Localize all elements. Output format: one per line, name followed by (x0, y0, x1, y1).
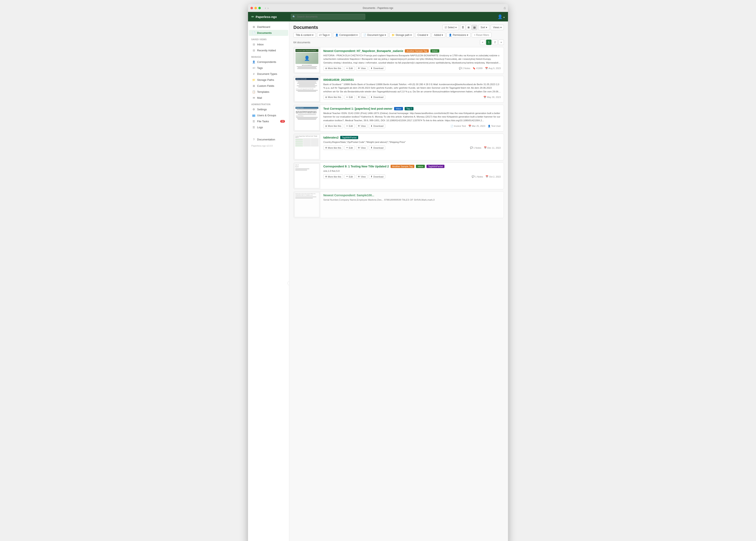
doc-tag-inbox-3[interactable]: Inbox (394, 107, 403, 110)
storage-paths-icon: 📁 (252, 78, 255, 81)
doc-title-6[interactable]: Newest Correspondent: Sample100... (323, 194, 374, 197)
user-menu[interactable]: 👤 ▾ (497, 14, 505, 19)
download-btn-5[interactable]: ⬇ Download (369, 175, 385, 179)
edit-btn-2[interactable]: ✏ Edit (344, 95, 355, 99)
filter-added[interactable]: Added ▾ (432, 33, 445, 38)
sidebar-item-documentation[interactable]: ? Documentation (249, 137, 288, 143)
doc-tag-another-5[interactable]: Another Sample Tag (391, 165, 414, 168)
sidebar-item-custom-fields[interactable]: ⊞ Custom Fields (249, 83, 288, 89)
doc-tag-twp-5[interactable]: TagWithPartial (426, 165, 444, 168)
doc-content-3: Test Correspondent 1: [paperless] test p… (320, 105, 504, 131)
sidebar-item-users-groups[interactable]: 👥 Users & Groups (249, 112, 288, 118)
more-like-this-btn-5[interactable]: ⊕ More like this (323, 175, 343, 179)
view-btn-2[interactable]: 👁 View (356, 95, 368, 99)
sidebar-item-settings[interactable]: ⚙ Settings (249, 106, 288, 112)
detail-view-button[interactable]: ▤ (472, 25, 477, 30)
sidebar-collapse-button[interactable]: ‹ (287, 281, 289, 285)
filter-storage-path[interactable]: 📁 Storage path ▾ (389, 33, 414, 38)
more-like-this-btn-1[interactable]: ⊕ More like this (323, 66, 343, 71)
pagination-page-1[interactable]: 1 (486, 40, 491, 45)
sidebar-label-custom-fields: Custom Fields (257, 84, 274, 87)
doc-actions-row-4: ⊕ More like this ✏ Edit 👁 View (323, 146, 501, 150)
more-like-this-btn-2[interactable]: ⊕ More like this (323, 95, 343, 99)
view-btn-5[interactable]: 👁 View (356, 175, 368, 179)
filter-document-type[interactable]: 📄 Document type ▾ (361, 33, 388, 38)
search-input[interactable] (291, 14, 365, 20)
close-button[interactable] (250, 7, 253, 9)
share-icon[interactable]: ⎙ (504, 6, 506, 10)
select-button[interactable]: ☑ Select ▾ (442, 25, 459, 30)
filter-correspondent[interactable]: 👤 Correspondent ▾ (333, 33, 360, 38)
list-view-button[interactable]: ☰ (460, 25, 465, 30)
sidebar-item-recently-added[interactable]: ⊟ Recently Added (249, 47, 288, 53)
logs-icon: ☰ (252, 126, 255, 129)
id-icon-1: 🔖 (473, 67, 476, 70)
sort-button[interactable]: Sort ▾ (478, 25, 489, 30)
doc-tag-twp-4[interactable]: TagWithPartial (340, 136, 358, 139)
doc-actions-row-5: ⊕ More like this ✏ Edit 👁 View (323, 175, 501, 179)
correspondents-icon: 👤 (252, 60, 255, 64)
sidebar-item-templates[interactable]: 📋 Templates (249, 89, 288, 95)
window-title: Documents - Paperless-ngx (363, 7, 393, 9)
download-btn-4[interactable]: ⬇ Download (369, 146, 385, 150)
date-icon-4: 📅 (484, 146, 487, 149)
pagination-page-2[interactable]: 2 (492, 40, 498, 45)
sidebar-item-logs[interactable]: ☰ Logs (249, 124, 288, 130)
pagination-next[interactable]: » (498, 40, 504, 45)
doc-actions-row-3: ⊕ More like this ✏ Edit 👁 View (323, 124, 501, 128)
edit-btn-1[interactable]: ✏ Edit (344, 66, 355, 71)
forward-button[interactable]: › (268, 6, 269, 10)
filter-tags[interactable]: 🏷 Tags ▾ (317, 33, 332, 38)
filter-created[interactable]: Created ▾ (415, 33, 430, 38)
sidebar-item-mail[interactable]: ✉ Mail (249, 95, 288, 101)
doc-notes-5: 💬 1 Notes (472, 175, 483, 178)
download-btn-1[interactable]: ⬇ Download (369, 66, 385, 71)
doc-excerpt-3: Medical Teacher ISSN: 0142-159X (Print) … (323, 112, 501, 122)
reset-filters-button[interactable]: × Reset filters (472, 33, 491, 38)
more-like-icon-5: ⊕ (325, 175, 327, 178)
sidebar-item-document-types[interactable]: # Document Types (249, 71, 288, 77)
sidebar-item-inbox[interactable]: ⊟ Inbox (249, 41, 288, 47)
sidebar-item-documents[interactable]: 📄 Documents (249, 30, 288, 36)
sidebar-item-tags[interactable]: 🏷 Tags (249, 65, 288, 71)
view-btn-4[interactable]: 👁 View (356, 146, 368, 150)
doc-title-row-6: Newest Correspondent: Sample100... (323, 194, 501, 197)
doc-title-3[interactable]: Test Correspondent 1: [paperless] test p… (323, 107, 392, 110)
doc-title-1[interactable]: Newest Correspondent: H7_Napoleon_Bonapa… (323, 49, 403, 53)
doc-meta-4: 💬 1 Notes 📅 Dec 11, 2022 (470, 146, 501, 149)
download-btn-2[interactable]: ⬇ Download (369, 95, 385, 99)
views-button[interactable]: Views ▾ (491, 25, 504, 30)
doc-title-2[interactable]: 0004814539_20230531 (323, 78, 354, 81)
doc-tag-another-sample-1[interactable]: Another Sample Tag (405, 49, 429, 53)
download-btn-3[interactable]: ⬇ Download (369, 124, 385, 128)
view-btn-1[interactable]: 👁 View (356, 66, 368, 70)
sidebar-item-correspondents[interactable]: 👤 Correspondents (249, 59, 288, 65)
edit-btn-5[interactable]: ✏ Edit (344, 175, 355, 179)
more-like-icon-2: ⊕ (325, 96, 327, 99)
filter-permissions[interactable]: 👤 Permissions ▾ (447, 33, 470, 38)
dashboard-icon: ⊞ (252, 25, 255, 28)
maximize-button[interactable] (258, 7, 261, 9)
back-button[interactable]: ‹ (265, 6, 266, 10)
doc-title-5[interactable]: Correspondent 9: 1 Testing New Title Upd… (323, 165, 389, 168)
more-like-this-btn-3[interactable]: ⊕ More like this (323, 124, 343, 128)
view-icon-1: 👁 (358, 67, 360, 70)
doc-tag-inbox-5[interactable]: Inbox (416, 165, 425, 168)
sidebar-item-file-tasks[interactable]: ☰ File Tasks 18 (249, 118, 288, 124)
grid-view-button[interactable]: ⊞ (466, 25, 471, 30)
docs-meta: 64 documents « 1 2 » (293, 40, 504, 45)
pagination-prev[interactable]: « (480, 40, 485, 45)
sidebar-item-dashboard[interactable]: ⊞ Dashboard (249, 24, 288, 30)
doc-tag-inbox-1[interactable]: Inbox (430, 49, 439, 53)
view-btn-3[interactable]: 👁 View (356, 124, 368, 128)
edit-btn-3[interactable]: ✏ Edit (344, 124, 355, 128)
doctype-icon-3: 📄 (450, 125, 453, 127)
minimize-button[interactable] (254, 7, 257, 9)
doc-tag-tag2-3[interactable]: Tag 2 (405, 107, 413, 110)
filter-title-content[interactable]: Title & content ▾ (293, 33, 316, 38)
app-logo[interactable]: ✏ Paperless-ngx (251, 15, 288, 19)
sidebar-item-storage-paths[interactable]: 📁 Storage Paths (249, 77, 288, 83)
edit-btn-4[interactable]: ✏ Edit (344, 146, 355, 150)
doc-title-4[interactable]: tablerates2 (323, 136, 339, 139)
more-like-this-btn-4[interactable]: ⊕ More like this (323, 146, 343, 150)
